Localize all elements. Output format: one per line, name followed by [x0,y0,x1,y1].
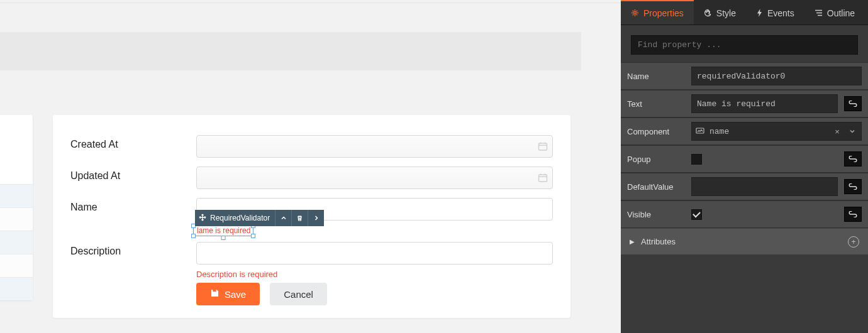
tab-events[interactable]: Events [746,0,804,25]
property-search-input[interactable] [631,35,858,55]
inspector-tabs: Properties Style Events Outline [621,0,868,25]
form-row-updated-at: Updated At [70,166,553,189]
prop-label: DefaultValue [627,182,685,192]
prop-name-input[interactable] [691,67,862,85]
svg-point-10 [708,11,708,11]
gear-icon [631,9,639,17]
palette-icon [704,9,712,17]
tab-style[interactable]: Style [694,0,746,25]
list-item[interactable] [0,231,33,254]
label-name: Name [70,198,196,213]
prop-visible-checkbox[interactable] [691,209,702,220]
form-row-name: Name RequiredValidator [70,198,553,221]
chevron-down-icon[interactable] [847,127,857,136]
label-description: Description [70,242,196,257]
validator-tag[interactable]: RequiredValidator [195,210,275,226]
form-card: Created At Updated At Name [53,115,570,318]
prop-label: Component [627,127,685,136]
link-icon [849,99,857,109]
prop-row-component: Component name × [621,117,868,145]
side-peek-header [0,115,33,184]
attributes-label: Attributes [641,237,676,246]
bind-button[interactable] [844,96,862,111]
link-icon [849,210,857,219]
prop-row-defaultvalue: DefaultValue [621,173,868,200]
add-attribute-button[interactable]: + [848,236,859,248]
prop-label: Name [627,72,685,81]
prop-defaultvalue-input[interactable] [691,177,838,196]
prop-popup-checkbox[interactable] [691,154,702,165]
resize-handle[interactable] [251,234,255,238]
move-icon [199,214,206,223]
prop-label: Visible [627,210,685,219]
save-icon [210,288,220,300]
prop-row-text: Text [621,90,868,117]
tab-style-label: Style [716,8,736,18]
updated-at-input[interactable] [196,166,553,189]
svg-point-8 [634,12,637,14]
form-row-description: Description Description is required [70,242,553,279]
list-item[interactable] [0,207,33,231]
selection-box[interactable] [193,226,253,236]
resize-handle[interactable] [221,236,226,240]
link-icon [849,155,857,164]
outline-icon [815,9,823,16]
form-row-created-at: Created At [70,135,553,158]
button-row: Save Cancel [196,283,553,305]
list-item[interactable] [0,277,33,300]
cancel-button-label: Cancel [284,289,313,300]
prop-label: Text [627,99,685,109]
attributes-section[interactable]: ▶ Attributes + [621,228,868,254]
description-input[interactable] [196,242,553,265]
bind-button[interactable] [844,179,862,194]
created-at-input[interactable] [196,135,553,158]
save-button[interactable]: Save [196,283,260,305]
label-updated-at: Updated At [70,166,196,182]
validator-next-button[interactable] [308,210,324,226]
prop-label: Popup [627,155,685,164]
resize-handle[interactable] [191,234,196,238]
cancel-button[interactable]: Cancel [270,283,327,305]
label-created-at: Created At [70,135,196,150]
validator-toolbar[interactable]: RequiredValidator [195,210,324,226]
chevron-right-icon: ▶ [630,238,635,245]
bolt-icon [756,9,763,17]
side-peek-card [0,115,33,300]
tab-outline-label: Outline [827,8,855,18]
tab-properties[interactable]: Properties [621,0,694,25]
tab-events-label: Events [767,8,794,18]
description-error-text: Description is required [196,270,553,279]
link-icon [849,182,857,192]
top-band [0,32,581,70]
component-icon [696,127,704,136]
prop-component-value: name [709,127,827,136]
validator-tag-label: RequiredValidator [210,214,270,222]
tab-outline[interactable]: Outline [804,0,865,25]
property-search-wrap [621,25,868,62]
svg-rect-12 [696,128,704,133]
list-item[interactable] [0,254,33,277]
save-button-label: Save [225,289,246,300]
svg-point-11 [709,11,709,12]
list-item[interactable] [0,184,33,207]
inspector-panel: Properties Style Events Outline Name Te [621,0,868,333]
prop-component-select[interactable]: name × [691,122,862,141]
prop-row-name: Name [621,62,868,90]
svg-point-9 [706,11,706,12]
bind-button[interactable] [844,151,862,166]
top-divider [0,3,621,3]
prop-text-input[interactable] [691,94,838,113]
prop-row-popup: Popup [621,145,868,173]
prop-row-visible: Visible [621,200,868,228]
tab-properties-label: Properties [643,8,684,18]
bind-button[interactable] [844,207,862,222]
validator-delete-button[interactable] [291,210,308,226]
validator-up-button[interactable] [275,210,291,226]
clear-icon[interactable]: × [832,127,842,136]
workspace: Created At Updated At Name [0,0,621,333]
